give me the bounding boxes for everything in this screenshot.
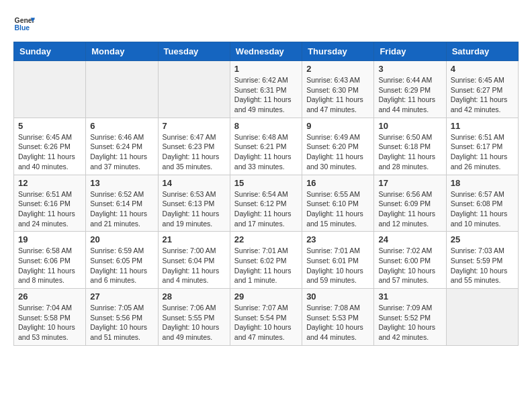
calendar-cell: 30Sunrise: 7:08 AM Sunset: 5:53 PM Dayli… (302, 289, 374, 346)
day-info: Sunrise: 7:05 AM Sunset: 5:56 PM Dayligh… (90, 303, 153, 342)
calendar-cell: 24Sunrise: 7:02 AM Sunset: 6:00 PM Dayli… (374, 232, 446, 289)
day-number: 6 (90, 121, 153, 131)
weekday-header-tuesday: Tuesday (158, 42, 230, 61)
calendar-cell: 20Sunrise: 6:59 AM Sunset: 6:05 PM Dayli… (86, 232, 158, 289)
day-number: 21 (163, 234, 226, 244)
calendar-cell: 17Sunrise: 6:56 AM Sunset: 6:09 PM Dayli… (374, 175, 446, 232)
day-info: Sunrise: 7:09 AM Sunset: 5:52 PM Dayligh… (378, 303, 441, 342)
calendar: SundayMondayTuesdayWednesdayThursdayFrid… (13, 42, 519, 346)
day-number: 1 (234, 64, 298, 74)
calendar-cell: 19Sunrise: 6:58 AM Sunset: 6:06 PM Dayli… (14, 232, 86, 289)
day-number: 8 (234, 121, 298, 131)
calendar-cell (446, 289, 518, 346)
weekday-header-row: SundayMondayTuesdayWednesdayThursdayFrid… (14, 42, 519, 61)
calendar-cell: 26Sunrise: 7:04 AM Sunset: 5:58 PM Dayli… (14, 289, 86, 346)
day-info: Sunrise: 7:08 AM Sunset: 5:53 PM Dayligh… (306, 303, 369, 342)
day-number: 17 (378, 178, 441, 188)
day-info: Sunrise: 6:56 AM Sunset: 6:09 PM Dayligh… (378, 189, 441, 229)
calendar-cell: 1Sunrise: 6:42 AM Sunset: 6:31 PM Daylig… (230, 61, 302, 118)
calendar-cell: 2Sunrise: 6:43 AM Sunset: 6:30 PM Daylig… (302, 61, 374, 118)
weekday-header-saturday: Saturday (446, 42, 518, 61)
week-row-2: 5Sunrise: 6:45 AM Sunset: 6:26 PM Daylig… (14, 118, 519, 175)
day-number: 14 (163, 178, 226, 188)
day-info: Sunrise: 6:49 AM Sunset: 6:20 PM Dayligh… (306, 132, 369, 172)
day-number: 5 (18, 121, 81, 131)
day-info: Sunrise: 7:00 AM Sunset: 6:04 PM Dayligh… (163, 246, 226, 285)
day-info: Sunrise: 6:45 AM Sunset: 6:27 PM Dayligh… (451, 75, 514, 115)
day-info: Sunrise: 6:55 AM Sunset: 6:10 PM Dayligh… (306, 189, 369, 229)
calendar-cell: 21Sunrise: 7:00 AM Sunset: 6:04 PM Dayli… (158, 232, 230, 289)
day-number: 29 (234, 291, 298, 302)
calendar-cell: 8Sunrise: 6:48 AM Sunset: 6:21 PM Daylig… (230, 118, 302, 175)
weekday-header-thursday: Thursday (302, 42, 374, 61)
calendar-cell: 29Sunrise: 7:07 AM Sunset: 5:54 PM Dayli… (230, 289, 302, 346)
day-info: Sunrise: 7:01 AM Sunset: 6:02 PM Dayligh… (234, 246, 298, 285)
calendar-cell (158, 61, 230, 118)
day-info: Sunrise: 6:53 AM Sunset: 6:13 PM Dayligh… (163, 189, 226, 229)
calendar-cell: 13Sunrise: 6:52 AM Sunset: 6:14 PM Dayli… (86, 175, 158, 232)
day-number: 9 (306, 121, 369, 131)
day-info: Sunrise: 6:45 AM Sunset: 6:26 PM Dayligh… (18, 132, 81, 172)
calendar-cell: 3Sunrise: 6:44 AM Sunset: 6:29 PM Daylig… (374, 61, 446, 118)
day-info: Sunrise: 6:42 AM Sunset: 6:31 PM Dayligh… (234, 75, 298, 115)
day-info: Sunrise: 6:54 AM Sunset: 6:12 PM Dayligh… (234, 189, 298, 229)
calendar-cell (14, 61, 86, 118)
day-number: 2 (306, 64, 369, 74)
calendar-cell: 15Sunrise: 6:54 AM Sunset: 6:12 PM Dayli… (230, 175, 302, 232)
day-number: 19 (18, 234, 81, 244)
calendar-cell: 5Sunrise: 6:45 AM Sunset: 6:26 PM Daylig… (14, 118, 86, 175)
day-number: 15 (234, 178, 298, 188)
calendar-cell: 6Sunrise: 6:46 AM Sunset: 6:24 PM Daylig… (86, 118, 158, 175)
calendar-cell: 23Sunrise: 7:01 AM Sunset: 6:01 PM Dayli… (302, 232, 374, 289)
day-info: Sunrise: 7:06 AM Sunset: 5:55 PM Dayligh… (163, 303, 226, 342)
day-number: 13 (90, 178, 153, 188)
weekday-header-sunday: Sunday (14, 42, 86, 61)
day-number: 23 (306, 234, 369, 244)
day-info: Sunrise: 6:47 AM Sunset: 6:23 PM Dayligh… (163, 132, 226, 172)
calendar-cell: 31Sunrise: 7:09 AM Sunset: 5:52 PM Dayli… (374, 289, 446, 346)
day-number: 12 (18, 178, 81, 188)
day-number: 27 (90, 291, 153, 302)
calendar-cell: 4Sunrise: 6:45 AM Sunset: 6:27 PM Daylig… (446, 61, 518, 118)
calendar-cell: 14Sunrise: 6:53 AM Sunset: 6:13 PM Dayli… (158, 175, 230, 232)
week-row-4: 19Sunrise: 6:58 AM Sunset: 6:06 PM Dayli… (14, 232, 519, 289)
day-number: 3 (378, 64, 441, 74)
day-number: 7 (163, 121, 226, 131)
day-info: Sunrise: 7:03 AM Sunset: 5:59 PM Dayligh… (451, 246, 514, 285)
day-info: Sunrise: 7:07 AM Sunset: 5:54 PM Dayligh… (234, 303, 298, 342)
page-header: General Blue (13, 13, 519, 35)
calendar-cell: 9Sunrise: 6:49 AM Sunset: 6:20 PM Daylig… (302, 118, 374, 175)
day-number: 24 (378, 234, 441, 244)
day-info: Sunrise: 6:46 AM Sunset: 6:24 PM Dayligh… (90, 132, 153, 172)
logo: General Blue (13, 13, 35, 35)
day-number: 31 (378, 291, 441, 302)
day-number: 30 (306, 291, 369, 302)
day-info: Sunrise: 6:51 AM Sunset: 6:17 PM Dayligh… (451, 132, 514, 172)
calendar-cell: 22Sunrise: 7:01 AM Sunset: 6:02 PM Dayli… (230, 232, 302, 289)
weekday-header-friday: Friday (374, 42, 446, 61)
weekday-header-monday: Monday (86, 42, 158, 61)
day-number: 25 (451, 234, 514, 244)
calendar-cell: 10Sunrise: 6:50 AM Sunset: 6:18 PM Dayli… (374, 118, 446, 175)
day-info: Sunrise: 6:59 AM Sunset: 6:05 PM Dayligh… (90, 246, 153, 285)
calendar-cell: 25Sunrise: 7:03 AM Sunset: 5:59 PM Dayli… (446, 232, 518, 289)
calendar-cell (86, 61, 158, 118)
day-info: Sunrise: 6:44 AM Sunset: 6:29 PM Dayligh… (378, 75, 441, 115)
day-info: Sunrise: 6:43 AM Sunset: 6:30 PM Dayligh… (306, 75, 369, 115)
day-number: 10 (378, 121, 441, 131)
week-row-3: 12Sunrise: 6:51 AM Sunset: 6:16 PM Dayli… (14, 175, 519, 232)
day-number: 26 (18, 291, 81, 302)
calendar-cell: 27Sunrise: 7:05 AM Sunset: 5:56 PM Dayli… (86, 289, 158, 346)
day-number: 4 (451, 64, 514, 74)
logo-icon: General Blue (13, 13, 35, 35)
day-number: 20 (90, 234, 153, 244)
day-info: Sunrise: 6:51 AM Sunset: 6:16 PM Dayligh… (18, 189, 81, 229)
weekday-header-wednesday: Wednesday (230, 42, 302, 61)
day-info: Sunrise: 6:57 AM Sunset: 6:08 PM Dayligh… (451, 189, 514, 229)
day-number: 18 (451, 178, 514, 188)
day-info: Sunrise: 7:04 AM Sunset: 5:58 PM Dayligh… (18, 303, 81, 342)
day-info: Sunrise: 6:50 AM Sunset: 6:18 PM Dayligh… (378, 132, 441, 172)
day-number: 22 (234, 234, 298, 244)
day-number: 16 (306, 178, 369, 188)
day-info: Sunrise: 7:01 AM Sunset: 6:01 PM Dayligh… (306, 246, 369, 285)
